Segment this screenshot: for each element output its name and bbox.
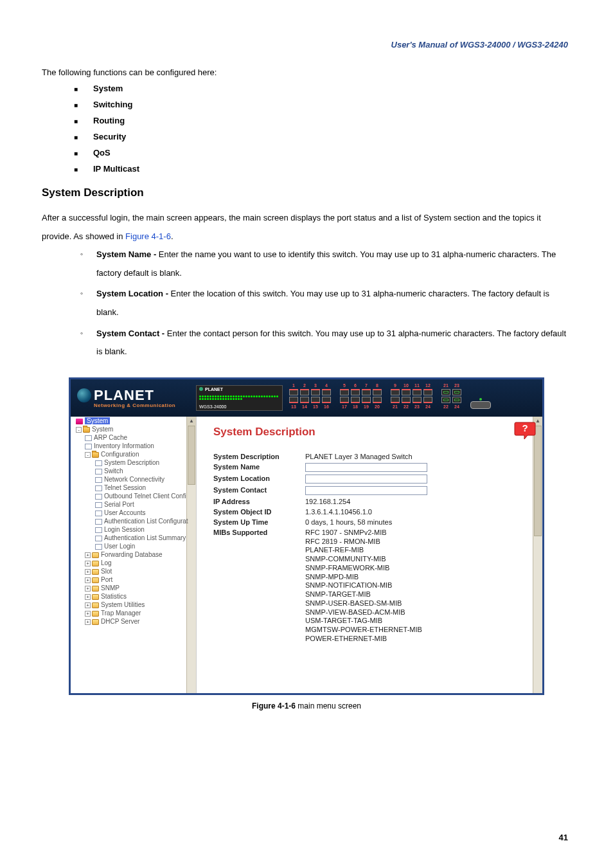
tree-arp[interactable]: ARP Cache — [73, 433, 196, 442]
desc-system-name: System Name - Enter the name you want to… — [80, 246, 571, 282]
func-routing: Routing — [74, 116, 571, 125]
doc-icon — [95, 511, 102, 516]
folder-icon — [92, 552, 99, 558]
logo-subtext: Networking & Communication — [94, 402, 190, 408]
tree-als[interactable]: Authentication List Summary — [73, 534, 196, 542]
desc-table: System DescriptionPLANET Layer 3 Managed… — [213, 451, 432, 645]
tree-stat[interactable]: +Statistics — [73, 592, 196, 601]
tree-ua[interactable]: User Accounts — [73, 509, 196, 517]
tree-otcc[interactable]: Outbound Telnet Client Confi — [73, 492, 196, 500]
plus-icon[interactable]: + — [85, 602, 91, 608]
dl: System Location - — [96, 289, 171, 298]
scroll-thumb[interactable] — [534, 426, 542, 536]
page-number: 41 — [559, 833, 568, 842]
func-switching: Switching — [74, 100, 571, 109]
doc-icon — [95, 536, 102, 541]
doc-icon — [85, 435, 92, 441]
folder-icon — [92, 602, 99, 608]
plus-icon[interactable]: + — [85, 561, 91, 566]
doc-icon — [95, 494, 102, 500]
tree-inv[interactable]: Inventory Information — [73, 442, 196, 450]
minus-icon[interactable]: - — [76, 427, 82, 433]
row-ip-l: IP Address — [213, 496, 305, 507]
tree-sd[interactable]: System Description — [73, 458, 196, 467]
row-oid-v: 1.3.6.1.4.1.10456.1.0 — [305, 507, 432, 517]
plus-icon[interactable]: + — [85, 619, 91, 625]
tree-ts[interactable]: Telnet Session — [73, 484, 196, 492]
doc-icon — [95, 544, 102, 550]
minus-icon[interactable]: - — [85, 452, 91, 458]
fig-text: main menu screen — [296, 701, 361, 710]
plus-icon[interactable]: + — [85, 552, 91, 558]
tree-port[interactable]: +Port — [73, 575, 196, 584]
section-paragraph: After a successful login, the main scree… — [42, 209, 571, 246]
tree-snmp[interactable]: +SNMP — [73, 584, 196, 592]
func-qos: QoS — [74, 148, 571, 158]
dev-brand: PLANET — [205, 387, 223, 392]
tree-log[interactable]: +Log — [73, 559, 196, 567]
tree-conf[interactable]: -Configuration — [73, 450, 196, 458]
page: User's Manual of WGS3-24000 / WGS3-24240… — [0, 0, 613, 868]
folder-icon — [92, 586, 99, 592]
folder-open-icon — [92, 452, 99, 458]
para-b: . — [171, 231, 173, 241]
system-contact-input[interactable] — [305, 486, 427, 495]
screenshot-body: ▲ System -System ARP Cache Inventory Inf… — [71, 417, 542, 693]
doc-icon — [95, 477, 102, 483]
section-title: System Description — [42, 186, 571, 199]
tree-ls[interactable]: Login Session — [73, 525, 196, 534]
mib-list: RFC 1907 - SNMPv2-MIBRFC 2819 - RMON-MIB… — [305, 527, 432, 645]
row-sl-l: System Location — [213, 473, 305, 485]
tree-nc[interactable]: Network Connectivity — [73, 475, 196, 484]
function-list: System Switching Routing Security QoS IP… — [42, 84, 571, 174]
port-diagram: 1234131415165678171819209101112212223242… — [289, 383, 536, 413]
tree-slot[interactable]: +Slot — [73, 567, 196, 575]
row-ip-v: 192.168.1.254 — [305, 496, 432, 507]
system-location-input[interactable] — [305, 475, 427, 484]
row-oid-l: System Object ID — [213, 507, 305, 517]
tree-sp[interactable]: Serial Port — [73, 500, 196, 509]
figure-ref-link[interactable]: Figure 4-1-6 — [125, 231, 171, 241]
content-title: System Description — [213, 426, 536, 439]
led-icon — [199, 387, 203, 391]
folder-icon — [92, 561, 99, 566]
tree-sw[interactable]: Switch — [73, 467, 196, 475]
led-grid — [199, 395, 280, 401]
dd: Enter the contact person for this switch… — [96, 329, 566, 357]
intro-text: The following functions can be configure… — [42, 68, 571, 77]
device-info-panel: PLANET WGS3-24000 — [196, 385, 283, 411]
tree-fd[interactable]: +Forwarding Database — [73, 550, 196, 559]
folder-icon — [92, 594, 99, 600]
plus-icon[interactable]: + — [85, 611, 91, 617]
fig-label: Figure 4-1-6 — [252, 701, 296, 710]
doc-icon — [95, 485, 102, 491]
dl: System Name - — [96, 249, 159, 259]
row-mib-l: MIBs Supported — [213, 527, 305, 645]
field-desc-list: System Name - Enter the name you want to… — [42, 246, 571, 361]
tree-ul[interactable]: User Login — [73, 542, 196, 550]
doc-icon — [95, 502, 102, 508]
tree-dhcp[interactable]: +DHCP Server — [73, 617, 196, 626]
folder-open-icon — [83, 427, 90, 433]
plus-icon[interactable]: + — [85, 594, 91, 600]
device-banner: PLANET Networking & Communication PLANET… — [71, 379, 542, 417]
plus-icon[interactable]: + — [85, 577, 91, 583]
tree-tm[interactable]: +Trap Manager — [73, 609, 196, 617]
row-sd-v: PLANET Layer 3 Managed Switch — [305, 451, 432, 462]
row-sc-l: System Contact — [213, 485, 305, 496]
content-pane: ▲ ? System Description System Descriptio… — [197, 417, 542, 693]
root-icon — [76, 419, 83, 424]
help-button[interactable]: ? — [514, 420, 536, 440]
tree-system[interactable]: -System — [73, 425, 196, 433]
tree-alc[interactable]: Authentication List Configurat — [73, 517, 196, 525]
plus-icon[interactable]: + — [85, 569, 91, 575]
desc-system-location: System Location - Enter the location of … — [80, 285, 571, 321]
doc-icon — [95, 527, 102, 533]
content-scrollbar[interactable]: ▲ — [533, 417, 542, 693]
system-name-input[interactable] — [305, 463, 427, 472]
tree-root[interactable]: System — [73, 417, 196, 425]
plus-icon[interactable]: + — [85, 586, 91, 592]
folder-icon — [92, 611, 99, 617]
tree-su[interactable]: +System Utilities — [73, 601, 196, 609]
manual-header: User's Manual of WGS3-24000 / WGS3-24240 — [391, 40, 568, 50]
